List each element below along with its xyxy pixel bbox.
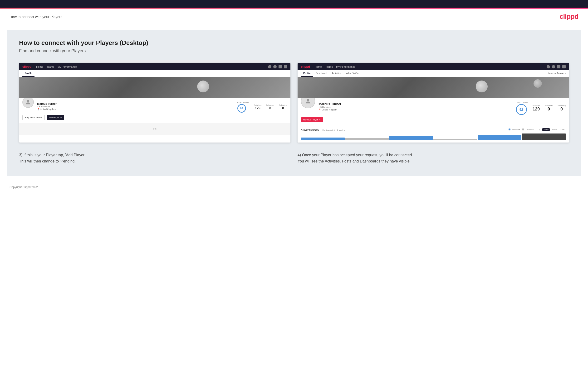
right-tab-whattoon[interactable]: What To On [344, 70, 361, 77]
user-icon[interactable] [273, 65, 277, 68]
left-quality-label: Player Quality [237, 101, 249, 103]
right-nav-teams[interactable]: Teams [325, 65, 333, 68]
right-activity-title: Activity Summary [301, 129, 319, 131]
right-following-label: Following [558, 105, 566, 107]
left-nav-home[interactable]: Home [36, 65, 43, 68]
right-location-pin-icon: 📍 [319, 108, 321, 111]
screenshot-left: clippd Home Teams My Performance Profile [19, 63, 290, 142]
right-settings-icon[interactable] [557, 65, 560, 68]
chart-bar-3 [389, 136, 433, 140]
right-search-icon[interactable] [547, 65, 550, 68]
chart-bar-5 [478, 135, 521, 140]
left-quality-group: Player Quality 92 [237, 101, 249, 113]
left-avatar-icon [25, 99, 31, 106]
add-player-label: Add Player [49, 117, 60, 119]
request-follow-button[interactable]: Request to Follow [22, 115, 45, 120]
search-icon[interactable] [268, 65, 271, 68]
left-action-buttons: Request to Follow Add Player + [22, 115, 287, 120]
left-navbar: clippd Home Teams My Performance [19, 63, 290, 70]
left-profile-info: Marcus Turner 1-5 Handicap 📍 United King… [37, 101, 234, 110]
left-tab-profile[interactable]: Profile [22, 70, 35, 77]
offcourse-legend-label: Off course [526, 129, 534, 130]
right-nav-logo: clippd [301, 65, 310, 68]
right-handicap: 1-5 Handicap [319, 106, 513, 108]
footer: Copyright Clippd 2022 [0, 181, 588, 194]
left-nav-performance[interactable]: My Performance [58, 65, 77, 68]
time-filter-6mths[interactable]: 6 mths [542, 128, 550, 131]
time-filter-1yr[interactable]: 1 yr [536, 128, 542, 131]
right-activity-subtitle: Monthly Activity · 6 Months [322, 129, 345, 131]
left-tabbar: Profile [19, 70, 290, 77]
add-player-button[interactable]: Add Player + [47, 115, 64, 120]
left-activities-value: 129 [254, 106, 261, 110]
left-activities-label: Activities [254, 104, 261, 106]
left-followers-value: 0 [266, 106, 274, 110]
right-nav-performance[interactable]: My Performance [336, 65, 355, 68]
left-following-value: 0 [279, 106, 287, 110]
left-stats-row: Player Quality 92 Activities 129 Followe… [237, 101, 287, 113]
right-activity-header: Activity Summary Monthly Activity · 6 Mo… [301, 127, 566, 132]
time-filter-3mths[interactable]: 3 mths [551, 128, 558, 131]
right-player-selector[interactable]: Marcus Turner ▾ [548, 70, 566, 77]
chart-bar-4 [433, 139, 477, 140]
time-filter-1mth[interactable]: 1 mth [559, 128, 566, 131]
right-tab-activities[interactable]: Activities [329, 70, 344, 77]
settings-icon[interactable] [278, 65, 282, 68]
left-nav-teams[interactable]: Teams [47, 65, 54, 68]
right-quality-circle: 92 [516, 104, 527, 115]
right-activities-label: Activities [532, 105, 540, 107]
left-nav-logo: clippd [22, 65, 31, 68]
left-handicap: 1-5 Handicap [37, 106, 234, 108]
chevron-down-icon: ▾ [565, 72, 566, 75]
right-player-selector-label: Marcus Turner [548, 72, 564, 75]
oncourse-legend-label: On course [512, 129, 520, 130]
left-nav-links: Home Teams My Performance [36, 65, 263, 68]
left-profile-row: Marcus Turner 1-5 Handicap 📍 United King… [22, 101, 287, 113]
right-hero-ball2 [534, 79, 542, 88]
left-following-label: Following [279, 104, 287, 106]
main-title: How to connect with your Players (Deskto… [19, 39, 569, 47]
right-nav-links: Home Teams My Performance [315, 65, 542, 68]
right-player-name: Marcus Turner [319, 102, 513, 106]
svg-point-1 [307, 99, 309, 101]
left-bottom-area: ✂ [19, 123, 290, 135]
offcourse-legend-dot [522, 128, 524, 130]
scissors-icon: ✂ [153, 126, 157, 132]
right-avatar-icon[interactable] [562, 65, 566, 68]
left-hero-image [19, 77, 290, 98]
right-nav-icons [547, 65, 566, 68]
captions-row: 3) If this is your Player tap, 'Add Play… [19, 152, 569, 164]
right-location-text: United Kingdom [322, 108, 337, 111]
right-hero-image [298, 77, 569, 98]
right-profile-section: Marcus Turner 1-5 Handicap 📍 United King… [298, 98, 569, 125]
activity-legend: On course Off course [509, 128, 533, 130]
left-following-stat: Following 0 [279, 104, 287, 110]
left-location: 📍 United Kingdom [37, 108, 234, 110]
right-nav-home[interactable]: Home [315, 65, 322, 68]
right-avatar-icon [305, 98, 311, 105]
left-activities-stat: Activities 129 [254, 104, 261, 110]
right-activity-summary: Activity Summary Monthly Activity · 6 Mo… [298, 125, 569, 142]
right-profile-info: Marcus Turner 1-5 Handicap 📍 United King… [319, 101, 513, 111]
caption-left: 3) If this is your Player tap, 'Add Play… [19, 152, 290, 164]
right-quality-label: Player Quality [516, 101, 528, 103]
right-stats-row: Player Quality 92 Activities 129 Followe… [516, 101, 566, 115]
right-hero-ball [476, 81, 488, 92]
screenshot-right: clippd Home Teams My Performance Profile… [298, 63, 569, 142]
screenshots-row: clippd Home Teams My Performance Profile [19, 63, 569, 142]
right-navbar: clippd Home Teams My Performance [298, 63, 569, 70]
avatar-icon[interactable] [284, 65, 287, 68]
chart-bar-1 [301, 138, 345, 140]
right-user-icon[interactable] [552, 65, 555, 68]
right-quality-group: Player Quality 92 [516, 101, 528, 115]
remove-player-button[interactable]: Remove Player ✕ [301, 117, 323, 122]
right-tab-dashboard[interactable]: Dashboard [313, 70, 329, 77]
time-filters: 1 yr 6 mths 3 mths 1 mth [536, 128, 566, 131]
chart-bar-2 [345, 138, 389, 140]
activity-chart [301, 133, 566, 141]
right-followers-stat: Followers 0 [545, 105, 553, 112]
right-tab-profile[interactable]: Profile [301, 70, 313, 77]
svg-point-0 [27, 100, 29, 102]
top-bar [0, 0, 588, 8]
caption-left-text: 3) If this is your Player tap, 'Add Play… [19, 153, 86, 163]
